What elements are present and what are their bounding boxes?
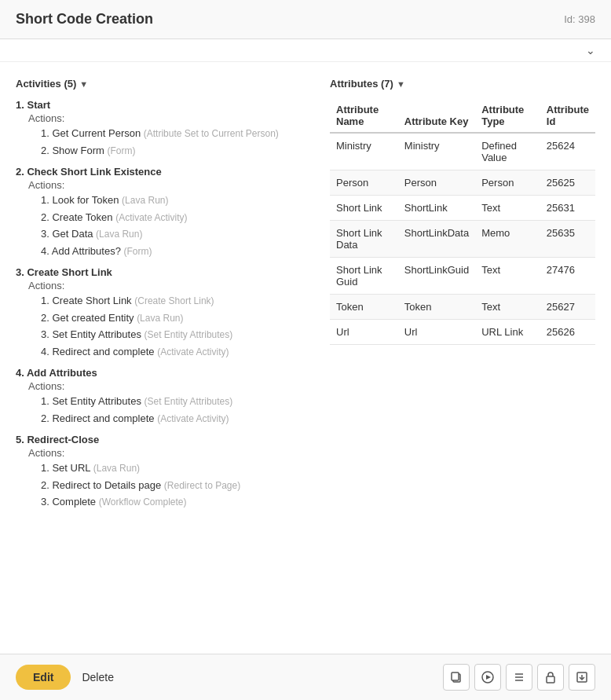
list-item: 1. Get Current Person (Attribute Set to … [41,126,314,141]
table-cell-type: URL Link [475,320,540,345]
table-cell-key: Url [398,320,475,345]
table-row: Short Link DataShortLinkDataMemo25635 [330,221,595,258]
list-item: 2. Get created Entity (Lava Run) [41,310,314,326]
table-row: Short Link GuidShortLinkGuidText27476 [330,258,595,295]
table-cell-key: Token [398,295,475,320]
delete-button[interactable]: Delete [79,666,116,688]
svg-marker-3 [486,675,491,680]
list-item: 1. Look for Token (Lava Run) [41,192,314,208]
table-row: MinistryMinistryDefined Value25624 [330,133,595,170]
list-item: 2. Create Token (Activate Activity) [41,210,314,225]
chevron-bar: ⌄ [0,39,611,62]
table-cell-id: 25631 [540,196,595,221]
list-item: 2. Redirect to Details page (Redirect to… [41,478,314,493]
activity-number: 2. [16,166,27,178]
activities-list: 1. Start Actions: 1. Get Current Person … [16,99,314,510]
list-item: 3. Complete (Workflow Complete) [41,494,314,510]
activity-number: 5. [16,434,27,445]
footer-right [443,664,595,691]
attributes-table: AttributeName Attribute Key AttributeTyp… [330,99,595,345]
actions-label: Actions: [28,112,314,124]
activity-name: Add Attributes [27,367,97,379]
list-item: 2. Redirect and complete (Activate Activ… [41,411,314,427]
page-wrapper: Short Code Creation Id: 398 ⌄ Activities… [0,0,611,700]
table-row: UrlUrlURL Link25626 [330,320,595,345]
activity-number: 3. [16,266,27,278]
list-item: 2. Check Short Link Existence Actions: 1… [16,166,314,258]
table-cell-name: Short Link [330,196,398,221]
list-item: 1. Start Actions: 1. Get Current Person … [16,99,314,158]
table-row: PersonPersonPerson25625 [330,170,595,196]
list-item: 5. Redirect-Close Actions: 1. Set URL (L… [16,434,314,510]
actions-label: Actions: [28,447,314,459]
activities-dropdown-icon[interactable]: ▼ [79,79,88,89]
svg-rect-7 [547,676,554,683]
page-footer: Edit Delete [0,654,611,700]
attributes-dropdown-icon[interactable]: ▼ [397,79,405,89]
list-item: 1. Set URL (Lava Run) [41,460,314,476]
activities-section-header: Activities (5) ▼ [16,78,314,90]
table-cell-id: 25625 [540,170,595,196]
table-cell-key: ShortLinkGuid [398,258,475,295]
table-cell-name: Person [330,170,398,196]
list-item: 3. Create Short Link Actions: 1. Create … [16,266,314,359]
list-item: 3. Set Entity Attributes (Set Entity Att… [41,327,314,343]
table-cell-id: 25624 [540,133,595,170]
export-button[interactable] [569,664,595,691]
action-list: 1. Set URL (Lava Run) 2. Redirect to Det… [41,460,314,510]
table-row: Short LinkShortLinkText25631 [330,196,595,221]
action-type: (Lava Run) [96,229,142,240]
edit-button[interactable]: Edit [16,665,71,690]
table-cell-id: 27476 [540,258,595,295]
table-cell-type: Text [475,258,540,295]
activity-name: Create Short Link [27,266,112,278]
table-cell-name: Short Link Guid [330,258,398,295]
list-button[interactable] [506,664,532,691]
page-title: Short Code Creation [16,11,153,27]
play-button[interactable] [474,664,501,691]
table-cell-type: Defined Value [475,133,540,170]
list-item: 4. Redirect and complete (Activate Activ… [41,344,314,360]
activities-panel: Activities (5) ▼ 1. Start Actions: 1. Ge… [16,78,314,638]
action-type: (Workflow Complete) [99,497,187,508]
action-type: (Form) [108,145,136,156]
action-type: (Form) [124,246,152,257]
svg-rect-1 [452,673,459,680]
copy-button[interactable] [443,664,470,691]
action-list: 1. Set Entity Attributes (Set Entity Att… [41,394,314,426]
list-item: 1. Set Entity Attributes (Set Entity Att… [41,394,314,409]
list-item: 2. Show Form (Form) [41,143,314,159]
activity-number: 1. [16,99,27,111]
activity-name: Start [27,99,50,111]
chevron-down-icon[interactable]: ⌄ [586,44,595,57]
action-list: 1. Create Short Link (Create Short Link)… [41,293,314,359]
activity-name: Check Short Link Existence [27,166,161,178]
attributes-label: Attributes (7) [330,78,393,90]
col-header-type: AttributeType [475,99,540,133]
table-cell-name: Token [330,295,398,320]
table-cell-key: ShortLink [398,196,475,221]
lock-button[interactable] [537,664,564,691]
list-item: 1. Create Short Link (Create Short Link) [41,293,314,309]
action-type: (Set Entity Attributes) [145,329,233,340]
table-header-row: AttributeName Attribute Key AttributeTyp… [330,99,595,133]
action-type: (Create Short Link) [134,295,214,306]
action-type: (Lava Run) [122,195,168,206]
col-header-id: AttributeId [540,99,595,133]
action-type: (Activate Activity) [157,346,229,357]
table-cell-type: Text [475,295,540,320]
table-cell-id: 25627 [540,295,595,320]
actions-label: Actions: [28,280,314,291]
activity-number: 4. [16,367,27,379]
main-content: Activities (5) ▼ 1. Start Actions: 1. Ge… [0,62,611,654]
action-type: (Activate Activity) [157,413,229,424]
table-cell-name: Short Link Data [330,221,398,258]
table-row: TokenTokenText25627 [330,295,595,320]
action-type: (Activate Activity) [115,212,187,223]
activities-label: Activities (5) [16,78,76,90]
table-cell-name: Ministry [330,133,398,170]
action-type: (Lava Run) [93,463,140,474]
action-list: 1. Get Current Person (Attribute Set to … [41,126,314,158]
col-header-name: AttributeName [330,99,398,133]
action-type: (Lava Run) [137,313,183,324]
